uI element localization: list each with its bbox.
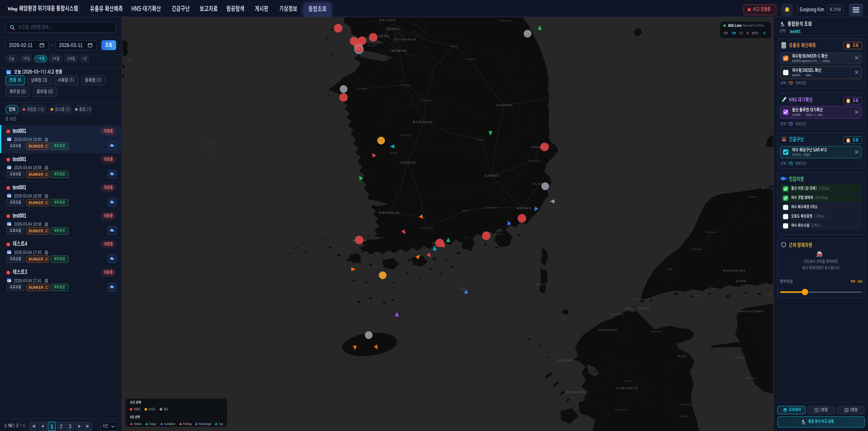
svg-text:SASEBO: SASEBO <box>558 359 574 362</box>
svg-text:Gyeongju: Gyeongju <box>528 159 541 162</box>
svg-text:KITAKYUSHU: KITAKYUSHU <box>625 307 650 310</box>
svg-text:Jecheon: Jecheon <box>465 58 476 60</box>
svg-text:Nakatsu: Nakatsu <box>651 330 662 333</box>
svg-text:Suncheon: Suncheon <box>420 227 434 229</box>
svg-text:Hamada: Hamada <box>706 231 717 234</box>
svg-text:Munakata: Munakata <box>611 313 624 315</box>
svg-text:BUSAN: BUSAN <box>517 206 532 210</box>
svg-text:HIROSHIMA: HIROSHIMA <box>723 269 746 272</box>
svg-text:Koshi: Koshi <box>624 380 632 382</box>
svg-text:MATSUYAMA: MATSUYAMA <box>739 310 764 313</box>
svg-text:Wonju: Wonju <box>450 45 458 48</box>
svg-text:Changwon: Changwon <box>484 206 498 209</box>
svg-text:Imabari: Imabari <box>768 293 773 296</box>
svg-text:KURE: KURE <box>736 280 747 283</box>
svg-text:DAEJEON: DAEJEON <box>413 120 433 124</box>
svg-text:Shunan: Shunan <box>689 294 700 297</box>
svg-text:Tsushima: Tsushima <box>536 283 549 286</box>
svg-text:OITA: OITA <box>678 355 687 358</box>
svg-text:Nonsan: Nonsan <box>400 134 410 136</box>
svg-text:Cheonan: Cheonan <box>399 84 411 86</box>
svg-text:JEONJU: JEONJU <box>399 161 416 164</box>
svg-text:Yatsushiro: Yatsushiro <box>614 408 629 411</box>
svg-text:ANDONG: ANDONG <box>496 103 513 107</box>
svg-text:SEOUL: SEOUL <box>386 27 401 31</box>
svg-text:GWANGJU: GWANGJU <box>379 211 400 214</box>
svg-text:Sukumo: Sukumo <box>746 376 757 379</box>
svg-text:SEONGNAM: SEONGNAM <box>394 38 416 41</box>
svg-text:DAEGU: DAEGU <box>485 174 499 177</box>
svg-text:Seosan: Seosan <box>357 87 367 90</box>
svg-text:Cheongju: Cheongju <box>420 99 433 102</box>
svg-text:MATSUE: MATSUE <box>762 187 773 190</box>
svg-text:KUMAMOTO: KUMAMOTO <box>617 387 638 390</box>
svg-text:SUWON: SUWON <box>392 49 407 53</box>
svg-text:Shimonoseki: Shimonoseki <box>633 298 650 301</box>
svg-text:Nobeoka: Nobeoka <box>680 403 692 406</box>
svg-text:Izumo: Izumo <box>749 195 757 198</box>
svg-text:Iki: Iki <box>562 317 565 320</box>
svg-text:GOYANG: GOYANG <box>379 19 396 22</box>
svg-text:Uwajima: Uwajima <box>734 356 745 359</box>
svg-text:Hagi: Hagi <box>666 268 673 270</box>
svg-text:Masuda: Masuda <box>692 248 703 250</box>
svg-text:Geoje: Geoje <box>494 233 502 235</box>
svg-text:NAGASAKI: NAGASAKI <box>565 390 586 394</box>
svg-text:eng: eng <box>127 58 131 61</box>
svg-text:Ansan: Ansan <box>368 44 376 47</box>
svg-text:FUKUOKA: FUKUOKA <box>598 329 618 332</box>
svg-text:Jinju: Jinju <box>462 209 468 212</box>
svg-text:Iksan: Iksan <box>390 151 397 154</box>
svg-text:Hyuga: Hyuga <box>680 415 688 418</box>
svg-text:Donghae: Donghae <box>500 19 512 22</box>
svg-text:Gumi: Gumi <box>477 138 485 141</box>
